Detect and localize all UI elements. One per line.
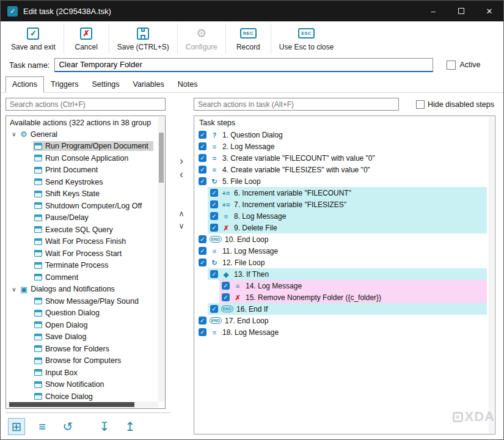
- steps-vertical-scrollbar[interactable]: [489, 117, 494, 433]
- add-action-button[interactable]: ›: [180, 154, 183, 167]
- step-checkbox[interactable]: ✓: [199, 131, 206, 139]
- tab-settings[interactable]: Settings: [85, 76, 126, 93]
- chevron-down-icon[interactable]: ∨: [11, 131, 17, 138]
- step-checkbox[interactable]: ✓: [222, 282, 230, 290]
- collapse-all-button[interactable]: ↥: [122, 418, 139, 435]
- tree-item[interactable]: Print Document: [7, 164, 158, 177]
- step-checkbox[interactable]: ✓: [199, 328, 206, 336]
- step-checkbox[interactable]: ✓: [210, 270, 218, 278]
- task-step-row[interactable]: ✓↻5. File Loop: [196, 175, 487, 187]
- tree-group-1[interactable]: ∨▣Dialogs and Notifications: [7, 284, 158, 296]
- step-checkbox[interactable]: ✓: [199, 177, 206, 185]
- active-checkbox[interactable]: [447, 61, 456, 70]
- tree-item[interactable]: Show Message/Play Sound: [7, 295, 158, 307]
- create-variable-icon: =: [210, 166, 219, 174]
- task-step-row[interactable]: ✓✗9. Delete File: [208, 222, 487, 233]
- move-step-down-button[interactable]: ∨: [178, 220, 184, 232]
- step-checkbox[interactable]: ✓: [210, 189, 218, 197]
- tree-item[interactable]: Wait For Process Start: [7, 248, 158, 260]
- tree-horizontal-scrollbar[interactable]: [7, 402, 158, 408]
- tree-item[interactable]: Save Dialog: [7, 331, 158, 343]
- task-step-row[interactable]: ✓END10. End Loop: [196, 233, 487, 245]
- task-step-row[interactable]: ✓=3. Create variable "FILECOUNT" with va…: [196, 152, 487, 164]
- tree-item[interactable]: Shutdown Computer/Log Off: [7, 200, 158, 212]
- history-button[interactable]: ↺: [59, 418, 76, 435]
- expand-all-button[interactable]: ↧: [96, 418, 113, 435]
- step-checkbox[interactable]: ✓: [199, 258, 206, 266]
- tree-item[interactable]: Run Program/Open Document: [7, 141, 158, 153]
- increment-variable-icon: +=: [221, 189, 231, 197]
- task-step-row[interactable]: ✓✗15. Remove Nonempty Folder ({c_folder}…: [219, 292, 487, 303]
- tab-triggers[interactable]: Triggers: [44, 76, 85, 93]
- save-button[interactable]: Save (CTRL+S): [109, 23, 178, 54]
- esc-to-close-button[interactable]: ESC Use Esc to close: [271, 23, 341, 54]
- step-checkbox[interactable]: ✓: [222, 293, 230, 301]
- task-step-row[interactable]: ✓+=7. Increment variable "FILESIZES": [208, 199, 487, 210]
- search-task-actions-input[interactable]: [194, 98, 399, 111]
- action-icon: [34, 345, 42, 352]
- tree-item[interactable]: Input Box: [7, 367, 158, 379]
- tree-group-0[interactable]: ∨⚙General: [7, 128, 158, 141]
- step-label: 6. Increment variable "FILECOUNT": [234, 189, 351, 197]
- tree-vertical-scrollbar[interactable]: [158, 117, 164, 402]
- task-step-row[interactable]: ✓END16. End If: [208, 303, 487, 315]
- record-button[interactable]: REC Record: [226, 23, 271, 54]
- task-step-row[interactable]: ✓=4. Create variable "FILESIZES" with va…: [196, 164, 487, 175]
- action-icon: [34, 250, 42, 257]
- tree-item[interactable]: Show Notification: [7, 379, 158, 391]
- tree-item[interactable]: Send Keystrokes: [7, 176, 158, 188]
- tree-hscroll-thumb[interactable]: [9, 402, 134, 407]
- tree-view-button[interactable]: ⊞: [8, 418, 25, 435]
- tree-item[interactable]: Browse for Computers: [7, 355, 158, 367]
- hide-disabled-steps-checkbox[interactable]: [416, 100, 425, 109]
- task-step-row[interactable]: ✓↻12. File Loop: [196, 257, 487, 268]
- step-checkbox[interactable]: ✓: [199, 142, 206, 150]
- task-step-row[interactable]: ✓≡14. Log Message: [219, 280, 487, 292]
- remove-action-button[interactable]: ‹: [180, 167, 183, 181]
- step-checkbox[interactable]: ✓: [199, 154, 206, 162]
- step-checkbox[interactable]: ✓: [210, 212, 218, 220]
- tree-item[interactable]: Question Dialog: [7, 307, 158, 320]
- tree-item[interactable]: Choice Dialog: [7, 391, 158, 403]
- task-step-row[interactable]: ✓◆13. If Then: [208, 268, 487, 280]
- save-and-exit-button[interactable]: ✓ Save and exit: [3, 23, 64, 54]
- gear-icon: ⚙: [20, 130, 27, 138]
- chevron-down-icon[interactable]: ∨: [11, 286, 17, 293]
- tree-item[interactable]: Browse for Folders: [7, 343, 158, 355]
- cancel-button[interactable]: ✗ Cancel: [64, 23, 109, 54]
- step-checkbox[interactable]: ✓: [199, 317, 206, 324]
- close-button[interactable]: ✕: [475, 1, 503, 21]
- step-checkbox[interactable]: ✓: [210, 305, 218, 313]
- tree-item[interactable]: Shift Keys State: [7, 188, 158, 200]
- step-checkbox[interactable]: ✓: [199, 247, 206, 255]
- tab-variables[interactable]: Variables: [126, 76, 171, 93]
- task-step-row[interactable]: ✓≡18. Log Message: [196, 326, 487, 338]
- list-view-button[interactable]: ≡: [34, 418, 51, 435]
- tree-item[interactable]: Wait For Process Finish: [7, 236, 158, 248]
- step-checkbox[interactable]: ✓: [199, 166, 206, 174]
- maximize-button[interactable]: [447, 1, 475, 21]
- search-actions-input[interactable]: [5, 98, 166, 111]
- action-icon: [34, 321, 42, 328]
- minimize-button[interactable]: –: [419, 1, 447, 21]
- task-step-row[interactable]: ✓+=6. Increment variable "FILECOUNT": [208, 187, 487, 199]
- tab-actions[interactable]: Actions: [5, 76, 44, 93]
- step-checkbox[interactable]: ✓: [199, 235, 206, 243]
- tree-item[interactable]: Execute SQL Query: [7, 224, 158, 236]
- tree-item[interactable]: Run Console Application: [7, 152, 158, 164]
- step-checkbox[interactable]: ✓: [210, 224, 218, 232]
- tab-notes[interactable]: Notes: [171, 76, 205, 93]
- step-checkbox[interactable]: ✓: [210, 200, 218, 208]
- tree-item[interactable]: Pause/Delay: [7, 212, 158, 224]
- tree-item[interactable]: Open Dialog: [7, 319, 158, 331]
- task-step-row[interactable]: ✓?1. Question Dialog: [196, 129, 487, 141]
- task-step-row[interactable]: ✓≡2. Log Message: [196, 141, 487, 152]
- task-step-row[interactable]: ✓≡11. Log Message: [196, 245, 487, 257]
- task-name-input[interactable]: [54, 58, 433, 72]
- task-step-row[interactable]: ✓END17. End Loop: [196, 315, 487, 326]
- tree-item[interactable]: Terminate Process: [7, 260, 158, 272]
- tree-vscroll-thumb[interactable]: [159, 133, 164, 183]
- task-step-row[interactable]: ✓≡8. Log Message: [208, 210, 487, 222]
- tree-item[interactable]: Comment: [7, 271, 158, 284]
- move-step-up-button[interactable]: ∧: [178, 208, 184, 220]
